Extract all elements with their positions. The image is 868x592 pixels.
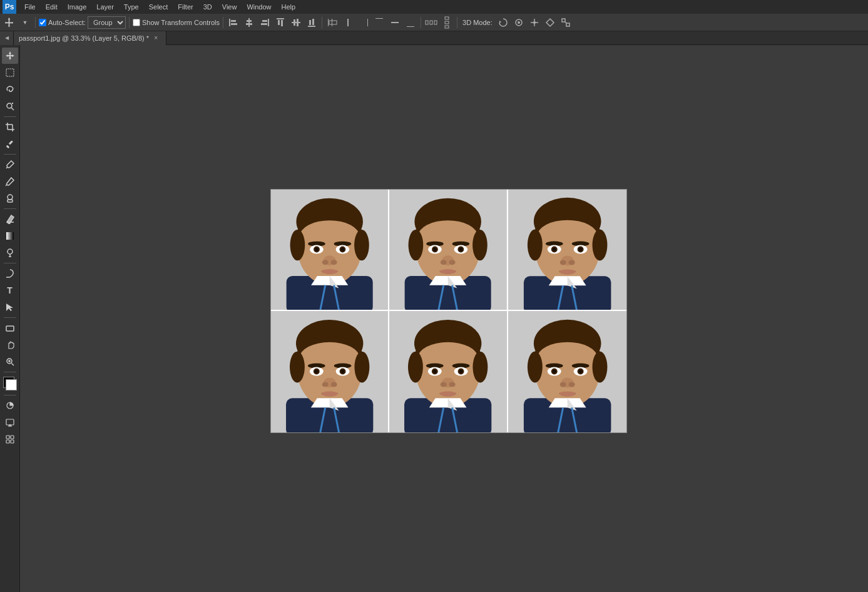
- align-right-btn[interactable]: [258, 16, 272, 29]
- tool-path-select[interactable]: [2, 299, 18, 315]
- svg-point-35: [518, 21, 520, 24]
- dist-bottom-btn[interactable]: [404, 16, 417, 29]
- tool-brush[interactable]: [2, 173, 18, 190]
- svg-rect-17: [309, 20, 311, 25]
- menu-edit[interactable]: Edit: [41, 0, 62, 14]
- svg-rect-10: [277, 18, 284, 19]
- tool-move[interactable]: [2, 48, 18, 64]
- 3d-slide-btn[interactable]: [543, 16, 557, 29]
- tool-screen-mode[interactable]: [2, 414, 18, 431]
- svg-rect-1: [229, 19, 230, 26]
- dist-left-btn[interactable]: [325, 16, 339, 29]
- dist-center-v-btn[interactable]: [388, 16, 402, 29]
- svg-rect-51: [8, 140, 13, 145]
- tool-gradient[interactable]: [2, 228, 18, 244]
- svg-point-187: [473, 352, 488, 383]
- 3d-scale-btn[interactable]: [559, 16, 573, 29]
- dist-top-btn[interactable]: [372, 16, 386, 29]
- document-tab[interactable]: passport1.jpg @ 33.3% (Layer 5, RGB/8) *…: [14, 31, 166, 45]
- svg-line-42: [565, 22, 566, 23]
- background-color[interactable]: [6, 379, 17, 390]
- show-transform-checkbox[interactable]: [133, 19, 140, 26]
- align-top-btn[interactable]: [273, 16, 287, 29]
- tool-sep-4: [4, 263, 16, 263]
- tool-hand[interactable]: [2, 337, 18, 353]
- toolbar-sep-6: [457, 17, 457, 28]
- tool-eraser[interactable]: [2, 211, 18, 227]
- tool-3d-material[interactable]: [2, 431, 18, 447]
- 3d-roll-btn[interactable]: [512, 16, 526, 29]
- tool-lasso[interactable]: [2, 81, 18, 98]
- canvas-area[interactable]: [20, 45, 868, 592]
- svg-point-223: [568, 382, 574, 387]
- tool-quick-mask[interactable]: [2, 397, 18, 414]
- svg-point-224: [559, 391, 575, 396]
- tool-sep-3: [4, 208, 16, 209]
- menu-layer[interactable]: Layer: [92, 0, 118, 14]
- tool-healing[interactable]: [2, 156, 18, 173]
- svg-point-195: [459, 370, 463, 374]
- svg-point-111: [409, 230, 424, 260]
- tool-marquee[interactable]: [2, 64, 18, 81]
- panel-toggle[interactable]: ◀: [0, 31, 14, 45]
- align-center-h-btn[interactable]: [242, 16, 256, 29]
- menu-image[interactable]: Image: [63, 0, 91, 14]
- auto-dist-v-btn[interactable]: [440, 16, 454, 29]
- menu-3d[interactable]: 3D: [199, 0, 217, 14]
- svg-point-145: [578, 248, 582, 252]
- svg-line-66: [11, 364, 14, 366]
- color-swatches[interactable]: [2, 375, 18, 392]
- svg-point-160: [300, 342, 360, 374]
- align-center-v-btn[interactable]: [289, 16, 303, 29]
- align-left-btn[interactable]: [227, 16, 240, 29]
- svg-point-194: [433, 370, 437, 374]
- tool-sep-1: [4, 116, 16, 117]
- menu-file[interactable]: File: [20, 0, 40, 14]
- svg-point-185: [418, 342, 478, 374]
- menu-window[interactable]: Window: [242, 0, 275, 14]
- align-bottom-btn[interactable]: [305, 16, 319, 29]
- svg-point-211: [528, 352, 543, 383]
- tool-sep-6: [4, 372, 16, 372]
- toolbar-sep-5: [421, 17, 421, 28]
- tool-shape[interactable]: [2, 320, 18, 336]
- menu-type[interactable]: Type: [120, 0, 143, 14]
- 3d-pan-btn[interactable]: [528, 16, 541, 29]
- svg-marker-63: [6, 304, 13, 311]
- tool-eyedropper[interactable]: [2, 136, 18, 152]
- tool-zoom[interactable]: [2, 354, 18, 370]
- tab-bar: ◀ passport1.jpg @ 33.3% (Layer 5, RGB/8)…: [0, 31, 868, 45]
- svg-point-186: [408, 352, 423, 383]
- svg-rect-29: [434, 21, 437, 24]
- svg-point-162: [354, 352, 369, 383]
- tool-crop[interactable]: [2, 119, 18, 135]
- svg-point-136: [528, 230, 543, 261]
- tab-close-btn[interactable]: ×: [152, 34, 160, 42]
- 3d-rotate-btn[interactable]: [496, 16, 510, 29]
- menu-filter[interactable]: Filter: [173, 0, 197, 14]
- tool-dodge[interactable]: [2, 245, 18, 261]
- menu-help[interactable]: Help: [277, 0, 300, 14]
- tool-stamp[interactable]: [2, 190, 18, 207]
- svg-point-172: [322, 382, 329, 387]
- move-tool-icon[interactable]: [3, 16, 16, 29]
- svg-rect-32: [445, 26, 449, 28]
- auto-dist-btn[interactable]: [424, 16, 438, 29]
- menu-view[interactable]: View: [218, 0, 242, 14]
- dist-right-btn[interactable]: [357, 16, 370, 29]
- tool-type[interactable]: T: [2, 282, 18, 299]
- auto-select-checkbox[interactable]: [39, 19, 46, 26]
- tool-options-arrow[interactable]: ▼: [18, 16, 32, 29]
- svg-rect-21: [329, 21, 337, 24]
- auto-select-dropdown[interactable]: Group Layer: [88, 16, 126, 29]
- svg-point-99: [322, 269, 338, 274]
- photo-cell-6: [508, 311, 626, 432]
- toolbar-sep-2: [129, 17, 130, 28]
- tool-pen[interactable]: [2, 265, 18, 282]
- svg-rect-14: [294, 19, 295, 26]
- svg-rect-9: [261, 23, 267, 25]
- dist-center-h-btn[interactable]: [341, 16, 355, 29]
- menu-select[interactable]: Select: [145, 0, 173, 14]
- svg-rect-6: [246, 23, 252, 25]
- tool-quick-select[interactable]: [2, 98, 18, 115]
